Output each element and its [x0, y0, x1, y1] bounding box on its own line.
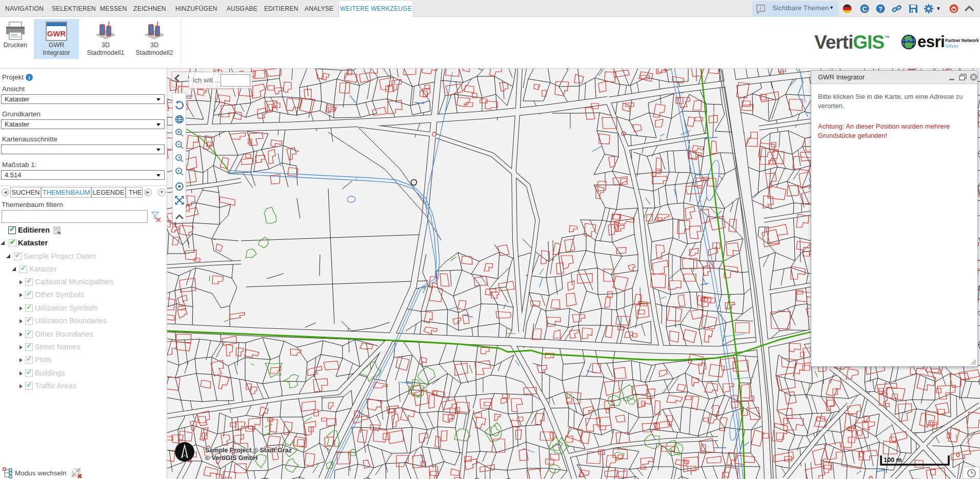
- svg-text:C: C: [862, 5, 867, 13]
- svg-text:?: ?: [878, 5, 883, 13]
- svg-text:GWR: GWR: [47, 29, 66, 38]
- svg-text:i: i: [760, 6, 762, 11]
- svg-text:100 m: 100 m: [884, 456, 902, 464]
- svg-text:i: i: [29, 75, 30, 80]
